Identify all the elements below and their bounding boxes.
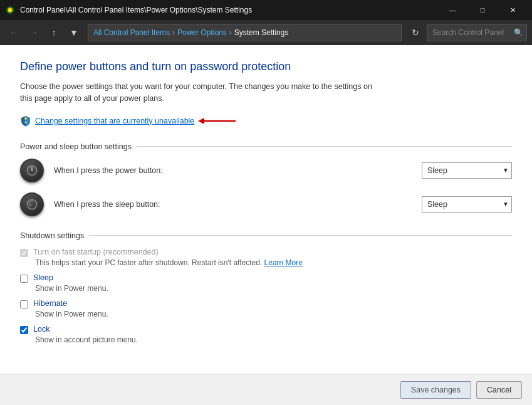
- close-button[interactable]: ✕: [498, 0, 527, 20]
- address-path: All Control Panel Items › Power Options …: [88, 24, 402, 41]
- main-content: Define power buttons and turn on passwor…: [0, 45, 532, 374]
- cancel-button[interactable]: Cancel: [476, 381, 522, 399]
- fast-startup-checkbox-row: Turn on fast startup (recommended): [20, 248, 512, 257]
- fast-startup-item: Turn on fast startup (recommended) This …: [20, 248, 512, 267]
- minimize-button[interactable]: —: [438, 0, 467, 20]
- sleep-icon: [20, 192, 44, 216]
- lock-checkbox[interactable]: [20, 326, 28, 334]
- lock-checkbox-row: Lock: [20, 325, 512, 334]
- path-system-settings: System Settings: [234, 28, 289, 37]
- svg-point-2: [24, 117, 27, 120]
- fast-startup-desc: This helps start your PC faster after sh…: [35, 258, 512, 267]
- hibernate-desc: Show in Power menu.: [35, 310, 512, 318]
- power-button-select[interactable]: Do nothing Sleep Hibernate Shut down Tur…: [425, 163, 509, 178]
- learn-more-link[interactable]: Learn More: [264, 258, 303, 267]
- power-sleep-section-header: Power and sleep button settings: [20, 142, 512, 151]
- search-icon: 🔍: [514, 28, 523, 37]
- address-bar: ← → ↑ ▼ All Control Panel Items › Power …: [0, 20, 532, 45]
- svg-marker-5: [198, 118, 204, 124]
- window-icon: [5, 5, 15, 15]
- sleep-checkbox-row: Sleep: [20, 273, 512, 283]
- button-settings-section: Power and sleep button settings When I p…: [20, 142, 512, 216]
- lock-item: Lock Show in account picture menu.: [20, 325, 512, 344]
- window-controls: — □ ✕: [438, 0, 527, 20]
- back-button[interactable]: ←: [5, 24, 23, 41]
- hibernate-checkbox-row: Hibernate: [20, 299, 512, 308]
- recent-locations-button[interactable]: ▼: [65, 24, 83, 41]
- sleep-button-select[interactable]: Do nothing Sleep Hibernate Shut down Tur…: [425, 197, 509, 212]
- search-box: 🔍: [427, 24, 527, 41]
- page-description: Choose the power settings that you want …: [20, 81, 383, 105]
- page-title: Define power buttons and turn on passwor…: [20, 60, 512, 73]
- sleep-button-dropdown[interactable]: Do nothing Sleep Hibernate Shut down Tur…: [422, 196, 512, 213]
- sleep-item: Sleep Show in Power menu.: [20, 273, 512, 293]
- sleep-symbol-icon: [26, 198, 38, 211]
- fast-startup-label: Turn on fast startup (recommended): [33, 248, 159, 256]
- save-changes-button[interactable]: Save changes: [400, 381, 471, 399]
- up-button[interactable]: ↑: [45, 24, 63, 41]
- search-input[interactable]: [432, 28, 514, 37]
- sleep-desc: Show in Power menu.: [35, 284, 512, 293]
- change-settings-link[interactable]: Change settings that are currently unava…: [35, 117, 194, 125]
- svg-point-1: [8, 8, 13, 13]
- shutdown-section-header: Shutdown settings: [20, 231, 512, 240]
- change-settings-row: Change settings that are currently unava…: [20, 115, 512, 127]
- hibernate-checkbox[interactable]: [20, 300, 28, 308]
- power-button-label: When I press the power button:: [54, 166, 412, 175]
- path-control-panel[interactable]: All Control Panel Items: [93, 28, 170, 37]
- red-arrow-icon: [198, 115, 248, 127]
- hibernate-label: Hibernate: [33, 299, 67, 308]
- power-button-dropdown[interactable]: Do nothing Sleep Hibernate Shut down Tur…: [422, 162, 512, 179]
- shield-icon: [20, 115, 31, 127]
- sleep-checkbox[interactable]: [20, 275, 28, 283]
- path-power-options[interactable]: Power Options: [177, 28, 227, 37]
- footer: Save changes Cancel: [0, 374, 532, 405]
- title-bar: Control Panel\All Control Panel Items\Po…: [0, 0, 532, 20]
- sleep-button-row: When I press the sleep button: Do nothin…: [20, 192, 512, 216]
- power-icon: [20, 159, 44, 182]
- hibernate-item: Hibernate Show in Power menu.: [20, 299, 512, 318]
- refresh-button[interactable]: ↻: [407, 24, 424, 41]
- sleep-button-label: When I press the sleep button:: [54, 200, 412, 209]
- window-title: Control Panel\All Control Panel Items\Po…: [20, 6, 438, 14]
- lock-desc: Show in account picture menu.: [35, 335, 512, 344]
- power-symbol-icon: [26, 164, 38, 177]
- fast-startup-checkbox[interactable]: [20, 249, 28, 257]
- power-button-row: When I press the power button: Do nothin…: [20, 159, 512, 182]
- lock-label: Lock: [33, 325, 50, 334]
- forward-button[interactable]: →: [25, 24, 43, 41]
- shutdown-section: Shutdown settings Turn on fast startup (…: [20, 231, 512, 344]
- maximize-button[interactable]: □: [468, 0, 497, 20]
- sleep-label: Sleep: [33, 273, 53, 282]
- content-area: Define power buttons and turn on passwor…: [0, 45, 532, 405]
